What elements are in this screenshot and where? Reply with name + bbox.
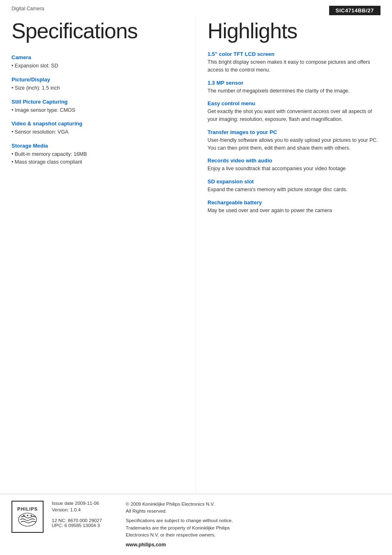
highlight-title: SD expansion slot <box>208 178 380 185</box>
highlight-description: May be used over and over again to power… <box>208 207 380 215</box>
svg-text:★: ★ <box>30 514 32 517</box>
philips-logo: PHILIPS ★ ★ ★ <box>12 501 44 533</box>
spec-item: • Size (inch): 1.5 inch <box>12 84 184 92</box>
highlights-column: Highlights 1.5" color TFT LCD screenThis… <box>196 15 392 494</box>
philips-wordmark: PHILIPS <box>17 506 38 511</box>
spec-title-picture_display: Picture/Display <box>12 76 184 83</box>
svg-text:★: ★ <box>23 514 25 517</box>
highlight-rechargeable: Rechargeable batteryMay be used over and… <box>208 199 380 215</box>
highlight-description: The number of megapixels determines the … <box>208 87 380 95</box>
highlight-title: 1.5" color TFT LCD screen <box>208 51 380 57</box>
specifications-title: Specifications <box>12 19 184 43</box>
spec-title-camera: Camera <box>12 54 184 60</box>
highlight-title: Rechargeable battery <box>208 199 380 206</box>
highlight-description: This bright display screen makes it easy… <box>208 58 380 74</box>
highlights-title: Highlights <box>208 19 380 43</box>
spec-section-video_snapshot: Video & snapshot capturing• Sensor resol… <box>12 120 184 136</box>
highlight-description: User-friendly software allows you to eas… <box>208 136 380 152</box>
issue-date: Issue date 2009-11-06 <box>52 501 118 506</box>
spec-section-still_picture: Still Picture Capturing• Image sensor ty… <box>12 99 184 114</box>
product-category: Digital Camera <box>12 6 44 12</box>
highlight-title: Records video with audio <box>208 157 380 164</box>
spec-section-picture_display: Picture/Display• Size (inch): 1.5 inch <box>12 76 184 92</box>
spec-item: • Built-in memory capacity: 16MB <box>12 150 184 158</box>
highlight-description: Enjoy a live soundtrack that accompanies… <box>208 165 380 173</box>
spec-item: • Image sensor type: CMOS <box>12 106 184 114</box>
highlight-sd_expansion: SD expansion slotExpand the camera's mem… <box>208 178 380 194</box>
spec-section-camera: Camera• Expansion slot: SD <box>12 54 184 70</box>
philips-emblem: ★ ★ ★ <box>17 512 38 527</box>
highlight-title: Transfer images to your PC <box>208 129 380 135</box>
highlight-description: Get exactly the shot you want with conve… <box>208 108 380 123</box>
spec-item: • Mass storage class compliant <box>12 158 184 166</box>
highlight-title: 1.3 MP sensor <box>208 80 380 86</box>
highlight-tft_lcd: 1.5" color TFT LCD screenThis bright dis… <box>208 51 380 74</box>
spec-title-still_picture: Still Picture Capturing <box>12 99 184 105</box>
spec-item: • Expansion slot: SD <box>12 62 184 70</box>
model-number: SIC4714BB/27 <box>329 6 380 15</box>
spec-item: • Sensor resolution: VGA <box>12 128 184 136</box>
website-link[interactable]: www.philips.com <box>126 541 233 548</box>
svg-text:★: ★ <box>26 514 29 517</box>
highlight-title: Easy control menu <box>208 100 380 106</box>
footer-meta: Issue date 2009-11-06 Version: 1.0.4 12 … <box>52 501 118 528</box>
highlight-easy_control: Easy control menuGet exactly the shot yo… <box>208 100 380 123</box>
spec-sections: Camera• Expansion slot: SDPicture/Displa… <box>12 54 184 166</box>
highlights-list: 1.5" color TFT LCD screenThis bright dis… <box>208 51 380 215</box>
spec-title-video_snapshot: Video & snapshot capturing <box>12 120 184 127</box>
footer: PHILIPS ★ ★ ★ Issue date 2009-11-06 Ver <box>0 494 392 555</box>
nc-upc: 12 NC: 8670 000 29027 UPC: 6 09585 13004… <box>52 518 118 528</box>
highlight-mp_sensor: 1.3 MP sensorThe number of megapixels de… <box>208 80 380 95</box>
highlight-description: Expand the camera's memory with picture … <box>208 186 380 194</box>
spec-title-storage_media: Storage Media <box>12 143 184 149</box>
spec-section-storage_media: Storage Media• Built-in memory capacity:… <box>12 143 184 166</box>
specifications-column: Specifications Camera• Expansion slot: S… <box>0 15 196 494</box>
footer-legal: © 2009 Koninklijke Philips Electronics N… <box>126 501 233 548</box>
highlight-transfer_images: Transfer images to your PCUser-friendly … <box>208 129 380 152</box>
highlight-records_video: Records video with audioEnjoy a live sou… <box>208 157 380 173</box>
version: Version: 1.0.4 <box>52 507 118 512</box>
